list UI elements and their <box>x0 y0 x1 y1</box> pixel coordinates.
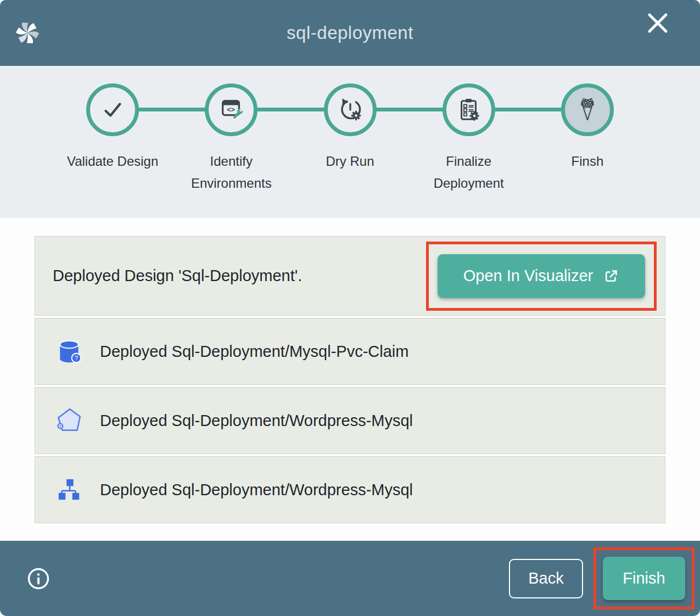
info-icon[interactable] <box>26 567 51 591</box>
svg-text:<>: <> <box>227 106 236 114</box>
external-link-icon <box>603 268 619 284</box>
step-circle-validate <box>86 83 139 136</box>
code-config-icon: <> <box>219 97 244 122</box>
step-label: Validate Design <box>67 150 158 172</box>
result-row-text: Deployed Sql-Deployment/Wordpress-Mysql <box>100 412 413 430</box>
step-validate-design: Validate Design <box>53 66 172 195</box>
step-label: Finalize Deployment <box>411 150 527 195</box>
database-icon: ? <box>55 337 83 366</box>
clipboard-gear-icon <box>456 97 481 122</box>
step-circle-finish <box>561 83 614 136</box>
checkered-flags-icon <box>574 96 601 124</box>
back-button[interactable]: Back <box>509 559 583 598</box>
annotation-box-finish: Finish <box>593 547 695 609</box>
step-finalize-deployment: Finalize Deployment <box>410 66 528 195</box>
hierarchy-icon <box>55 475 83 504</box>
step-label: Identify Environments <box>173 150 289 195</box>
result-row-text: Deployed Sql-Deployment/Mysql-Pvc-Claim <box>100 343 408 361</box>
step-circle-identify: <> <box>205 83 257 136</box>
step-label: Dry Run <box>326 150 374 172</box>
page-title: sql-deployment <box>0 23 700 43</box>
step-label: Finsh <box>572 150 604 172</box>
open-in-visualizer-label: Open In Visualizer <box>463 267 593 285</box>
finish-button[interactable]: Finish <box>603 557 685 600</box>
svg-text:?: ? <box>75 355 78 361</box>
modal-footer: Back Finish <box>0 541 700 616</box>
summary-row: Deployed Design 'Sql-Deployment'. Open I… <box>35 236 665 316</box>
close-icon[interactable] <box>645 10 671 36</box>
deployment-modal: sql-deployment Validate Design <box>0 0 700 616</box>
check-icon <box>100 97 125 122</box>
summary-text: Deployed Design 'Sql-Deployment'. <box>53 267 302 285</box>
annotation-box-visualizer: Open In Visualizer <box>426 242 657 311</box>
deployment-stepper: Validate Design <> Identify <box>0 66 700 218</box>
result-row-wordpress-pod: Deployed Sql-Deployment/Wordpress-Mysql <box>35 387 665 454</box>
result-row-pvc: ? Deployed Sql-Deployment/Mysql-Pvc-Clai… <box>35 318 665 385</box>
result-row-wordpress-deployment: Deployed Sql-Deployment/Wordpress-Mysql <box>35 456 665 523</box>
results-panel: Deployed Design 'Sql-Deployment'. Open I… <box>0 218 700 541</box>
step-finish: Finsh <box>528 66 647 195</box>
step-circle-dry-run <box>324 83 377 136</box>
dry-run-icon <box>338 97 363 122</box>
modal-header: sql-deployment <box>0 0 700 66</box>
step-identify-environments: <> Identify Environments <box>172 66 290 195</box>
result-row-text: Deployed Sql-Deployment/Wordpress-Mysql <box>100 481 413 499</box>
pod-icon <box>55 406 83 435</box>
open-in-visualizer-button[interactable]: Open In Visualizer <box>438 254 645 298</box>
step-circle-finalize <box>443 83 495 136</box>
step-dry-run: Dry Run <box>290 66 409 195</box>
